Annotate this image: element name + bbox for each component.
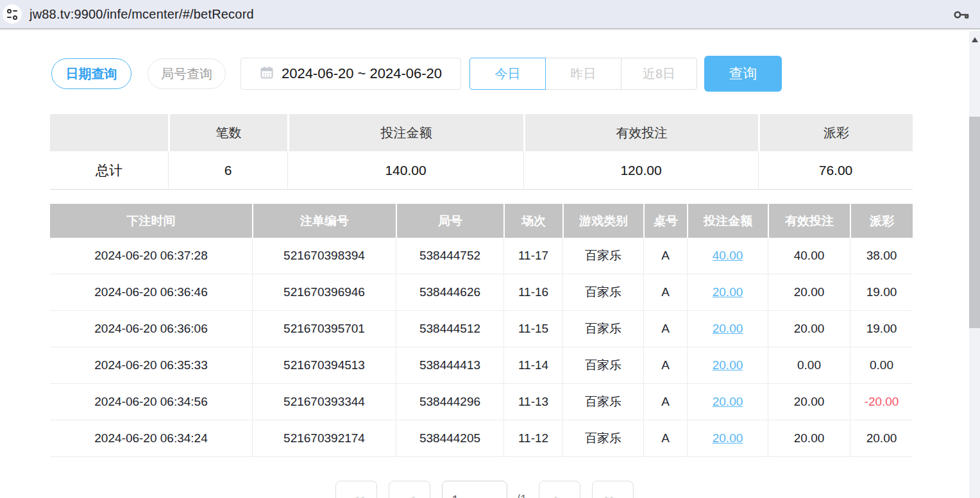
- bet-table-header-session: 场次: [503, 204, 562, 238]
- date-range-value: 2024-06-20 ~ 2024-06-20: [282, 65, 442, 82]
- prev-page-button[interactable]: ◀: [389, 481, 430, 498]
- bet-amount-link[interactable]: 20.00: [713, 358, 743, 372]
- cell-valid_bet: 20.00: [768, 420, 850, 457]
- cell-bet_amount: 20.00: [687, 384, 768, 420]
- cell-table: A: [643, 420, 687, 457]
- cell-time: 2024-06-20 06:34:24: [50, 420, 252, 457]
- url-text[interactable]: jw88.tv:9900/infe/mcenter/#/betRecord: [30, 7, 254, 22]
- bet-amount-link[interactable]: 20.00: [713, 431, 743, 445]
- table-row: 2024-06-20 06:37:28521670398394538444752…: [50, 238, 913, 274]
- bet-amount-link[interactable]: 20.00: [713, 322, 743, 335]
- left-triangle-icon: ◀: [405, 492, 414, 498]
- date-range-picker[interactable]: 2024-06-20 ~ 2024-06-20: [241, 58, 461, 90]
- tune-icon: [7, 9, 17, 20]
- pagination: ◀◀ ◀ 1 /1 ▶ ▶▶: [0, 481, 969, 498]
- bet-table-header-game: 游戏类别: [562, 204, 643, 238]
- bet-amount-link[interactable]: 20.00: [713, 395, 743, 408]
- cell-game: 百家乐: [562, 347, 643, 384]
- cell-valid_bet: 40.00: [768, 238, 850, 274]
- cell-table: A: [643, 311, 687, 347]
- date-query-tab[interactable]: 日期查询: [51, 58, 131, 89]
- page-select[interactable]: 1: [442, 481, 507, 498]
- summary-header-payout: 派彩: [758, 114, 913, 151]
- page-select-value: 1: [452, 493, 459, 498]
- bet-table-header-round_no: 局号: [396, 204, 503, 238]
- cell-round_no: 538444752: [396, 238, 503, 274]
- cell-table: A: [643, 347, 687, 384]
- cell-session: 11-15: [503, 311, 562, 347]
- cell-valid_bet: 0.00: [768, 347, 850, 384]
- cell-round_no: 538444626: [396, 274, 503, 311]
- summary-total-valid-bet: 120.00: [523, 151, 758, 190]
- cell-game: 百家乐: [562, 311, 643, 347]
- cell-session: 11-17: [503, 238, 562, 274]
- summary-total-count: 6: [168, 151, 287, 190]
- cell-game: 百家乐: [562, 274, 643, 311]
- cell-bet_amount: 20.00: [687, 311, 768, 347]
- calendar-icon: [260, 65, 274, 82]
- bet-table-header-time: 下注时间: [50, 204, 252, 238]
- cell-payout: 19.00: [850, 274, 913, 311]
- cell-game: 百家乐: [562, 384, 643, 420]
- table-row: 2024-06-20 06:34:56521670393344538444296…: [50, 384, 913, 420]
- table-row: 2024-06-20 06:34:24521670392174538444205…: [50, 420, 913, 457]
- cell-slip_no: 521670394513: [252, 347, 396, 384]
- cell-valid_bet: 20.00: [768, 384, 850, 420]
- key-icon[interactable]: [953, 7, 970, 22]
- filter-row: 日期查询 局号查询 2024-06-20 ~ 2024-06-20 今日 昨日 …: [51, 55, 969, 92]
- site-info-button[interactable]: [3, 4, 22, 24]
- bet-table-header-row: 下注时间注单编号局号场次游戏类别桌号投注金额有效投注派彩: [50, 204, 913, 238]
- cell-time: 2024-06-20 06:37:28: [50, 238, 252, 274]
- cell-round_no: 538444512: [396, 311, 503, 347]
- scrollbar[interactable]: [969, 31, 980, 498]
- cell-bet_amount: 20.00: [687, 420, 768, 457]
- cell-time: 2024-06-20 06:36:46: [50, 274, 252, 311]
- cell-game: 百家乐: [562, 420, 643, 457]
- bet-table-header-valid_bet: 有效投注: [768, 204, 850, 238]
- today-button[interactable]: 今日: [469, 58, 546, 90]
- cell-session: 11-13: [503, 384, 562, 420]
- summary-total-bet-amount: 140.00: [287, 151, 523, 190]
- cell-bet_amount: 20.00: [687, 347, 768, 384]
- summary-table: 笔数 投注金额 有效投注 派彩 总计 6 140.00 120.00 76.00: [50, 114, 913, 190]
- summary-total-row: 总计 6 140.00 120.00 76.00: [50, 151, 913, 190]
- cell-payout: 0.00: [850, 347, 913, 384]
- bet-record-table: 下注时间注单编号局号场次游戏类别桌号投注金额有效投注派彩 2024-06-20 …: [50, 204, 913, 457]
- search-button[interactable]: 查询: [704, 56, 782, 92]
- next-page-button[interactable]: ▶: [539, 481, 580, 498]
- cell-payout: -20.00: [850, 384, 913, 420]
- first-page-button[interactable]: ◀◀: [335, 481, 377, 498]
- cell-table: A: [643, 238, 687, 274]
- summary-header-row: 笔数 投注金额 有效投注 派彩: [50, 114, 913, 151]
- cell-payout: 38.00: [850, 238, 913, 274]
- cell-slip_no: 521670393344: [252, 384, 396, 420]
- bet-amount-link[interactable]: 20.00: [713, 285, 743, 299]
- bet-amount-link[interactable]: 40.00: [713, 249, 743, 262]
- quick-date-group: 今日 昨日 近8日: [469, 58, 697, 90]
- chevron-down-icon: [490, 495, 499, 498]
- summary-total-payout: 76.00: [758, 151, 913, 190]
- cell-bet_amount: 40.00: [687, 238, 768, 274]
- page-total: /1: [516, 492, 527, 498]
- yesterday-button[interactable]: 昨日: [545, 58, 621, 90]
- scrollbar-thumb[interactable]: [969, 117, 980, 328]
- cell-table: A: [643, 274, 687, 311]
- bet-table-header-slip_no: 注单编号: [252, 204, 396, 238]
- cell-valid_bet: 20.00: [768, 274, 850, 311]
- cell-bet_amount: 20.00: [687, 274, 768, 311]
- cell-slip_no: 521670392174: [252, 420, 396, 457]
- round-query-tab[interactable]: 局号查询: [148, 58, 226, 89]
- last8days-button[interactable]: 近8日: [621, 58, 697, 90]
- cell-slip_no: 521670396946: [252, 274, 396, 311]
- last-page-button[interactable]: ▶▶: [592, 481, 634, 498]
- cell-session: 11-14: [503, 347, 562, 384]
- table-row: 2024-06-20 06:36:06521670395701538444512…: [50, 311, 913, 347]
- cell-session: 11-12: [503, 420, 562, 457]
- cell-session: 11-16: [503, 274, 562, 311]
- cell-time: 2024-06-20 06:35:33: [50, 347, 252, 384]
- table-row: 2024-06-20 06:36:46521670396946538444626…: [50, 274, 913, 311]
- triangle-up-icon[interactable]: [972, 37, 978, 42]
- bet-table-header-payout: 派彩: [850, 204, 913, 238]
- cell-valid_bet: 20.00: [768, 311, 850, 347]
- cell-round_no: 538444413: [396, 347, 503, 384]
